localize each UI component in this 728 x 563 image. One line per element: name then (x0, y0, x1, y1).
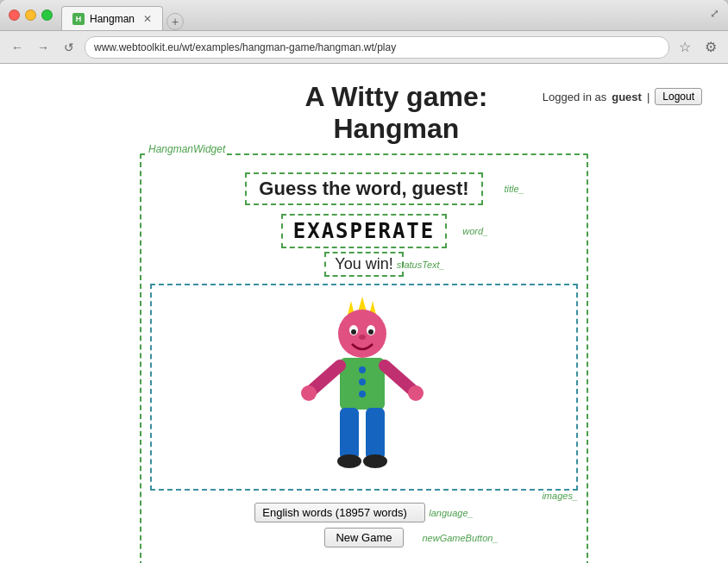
auth-separator: | (647, 91, 650, 103)
word-text: EXASPERATE (293, 219, 436, 243)
svg-point-6 (351, 329, 356, 335)
tab-bar: H Hangman ✕ + (61, 0, 184, 30)
widget-label: HangmanWidget (147, 143, 227, 155)
svg-rect-17 (340, 408, 359, 460)
page-content: A Witty game: Hangman Logged in as guest… (0, 64, 728, 563)
hangman-figure (295, 292, 433, 482)
hangman-image-area: images_ (150, 284, 578, 491)
language-field-label: language_ (429, 508, 473, 518)
svg-point-16 (408, 385, 424, 401)
svg-point-20 (363, 454, 387, 468)
minimize-window-button[interactable] (25, 9, 36, 21)
newgame-field-label: newGameButton_ (422, 533, 498, 543)
window-controls (9, 9, 53, 21)
logged-in-label: Logged in as (543, 91, 606, 103)
new-game-button[interactable]: New Game (324, 528, 403, 547)
forward-button[interactable]: → (33, 37, 53, 58)
tools-button[interactable]: ⚙ (700, 37, 721, 58)
back-button[interactable]: ← (7, 37, 28, 58)
svg-rect-18 (366, 408, 385, 460)
close-window-button[interactable] (9, 9, 20, 21)
newgame-box: New Game newGameButton_ (324, 528, 403, 547)
word-row: EXASPERATE word_ (150, 214, 578, 248)
page-title: A Witty game: Hangman (164, 81, 543, 145)
language-select[interactable]: English words (18957 words) French words… (254, 503, 425, 522)
svg-line-13 (311, 366, 340, 391)
word-field-label: word_ (462, 226, 488, 236)
game-title-box: Guess the word, guest! title_ (245, 172, 482, 205)
title-row: Guess the word, guest! title_ (150, 164, 578, 209)
page-header: A Witty game: Hangman Logged in as guest… (26, 81, 702, 145)
hangman-widget: HangmanWidget Guess the word, guest! tit… (140, 153, 588, 563)
status-box: You win! statusText_ (324, 252, 403, 277)
svg-point-12 (359, 391, 366, 397)
tab-title: Hangman (90, 13, 135, 25)
tab-favicon: H (72, 13, 85, 25)
status-field-label: statusText_ (397, 260, 445, 270)
svg-point-11 (359, 378, 366, 385)
browser-tab[interactable]: H Hangman ✕ (61, 6, 163, 30)
status-row: You win! statusText_ (150, 252, 578, 277)
title-field-label: title_ (504, 184, 524, 194)
svg-point-3 (338, 310, 386, 358)
newgame-row: New Game newGameButton_ (150, 528, 578, 547)
logged-in-user: guest (612, 91, 642, 103)
url-bar[interactable]: www.webtoolkit.eu/wt/examples/hangman-ga… (85, 36, 669, 59)
logout-button[interactable]: Logout (655, 88, 702, 105)
svg-point-14 (301, 385, 317, 401)
browser-window: H Hangman ✕ + ⤢ ← → ↺ www.webtoolkit.eu/… (0, 0, 728, 563)
svg-line-15 (385, 366, 414, 391)
images-field-label: images_ (542, 491, 578, 501)
bookmark-button[interactable]: ☆ (675, 37, 695, 58)
window-resize-icon: ⤢ (710, 7, 719, 20)
word-box: EXASPERATE word_ (281, 214, 448, 248)
svg-point-8 (359, 335, 366, 340)
maximize-window-button[interactable] (41, 9, 53, 21)
auth-area: Logged in as guest | Logout (543, 81, 702, 105)
url-text: www.webtoolkit.eu/wt/examples/hangman-ga… (94, 41, 396, 53)
new-tab-button[interactable]: + (166, 13, 184, 30)
game-title-text: Guess the word, guest! (259, 178, 468, 199)
reload-button[interactable]: ↺ (59, 37, 79, 58)
language-row: English words (18957 words) French words… (150, 503, 578, 522)
svg-point-7 (368, 329, 373, 335)
svg-point-19 (337, 454, 361, 468)
language-select-box: English words (18957 words) French words… (254, 503, 425, 522)
tab-close-button[interactable]: ✕ (143, 13, 152, 25)
title-bar: H Hangman ✕ + ⤢ (0, 0, 728, 31)
status-text: You win! (335, 255, 392, 272)
address-bar: ← → ↺ www.webtoolkit.eu/wt/examples/hang… (0, 31, 728, 64)
svg-point-10 (359, 366, 366, 373)
